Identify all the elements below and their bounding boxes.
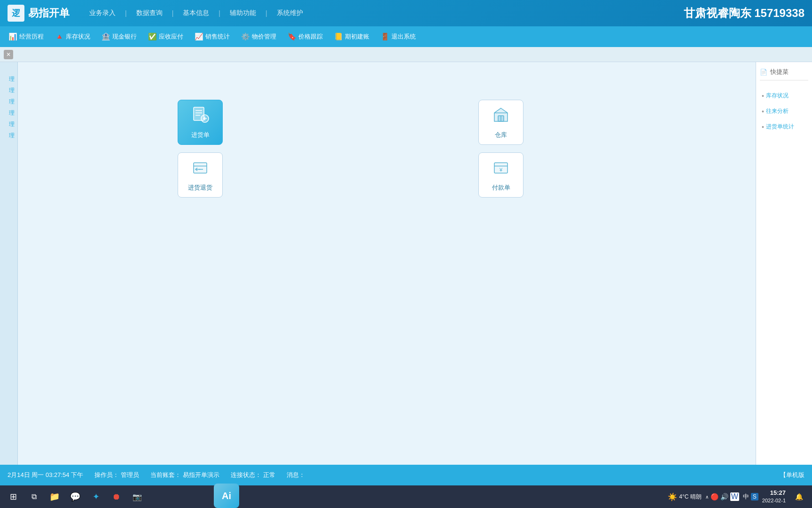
status-edition: 【单机版 [780, 471, 804, 479]
toolbar-jiage[interactable]: 🔖 价格跟踪 [283, 31, 328, 43]
svg-text:¥: ¥ [499, 167, 503, 173]
windows-icon: ⊞ [10, 492, 17, 502]
taskview-icon: ⧉ [31, 492, 37, 501]
sidebar-item-3[interactable]: 理 [0, 88, 17, 100]
warehouse-label: 仓库 [495, 131, 507, 139]
wechat-button[interactable]: 💬 [66, 487, 85, 506]
toolbar-kucun[interactable]: 🔺 库存状况 [50, 31, 95, 43]
sidebar: 理 理 理 理 理 理 [0, 62, 18, 465]
toolbar-xianjin[interactable]: 🏦 现金银行 [97, 31, 141, 43]
right-panel-header: 📄 快捷菜 [760, 68, 808, 80]
svg-rect-11 [194, 163, 207, 173]
card-warehouse[interactable]: 仓库 [478, 100, 523, 145]
nav-item-business[interactable]: 业务录入 [84, 7, 121, 19]
red-icon: ⏺ [112, 492, 121, 502]
qichu-label: 期初建账 [345, 32, 369, 41]
purchase-return-icon [191, 158, 210, 181]
jiage-icon: 🔖 [288, 32, 297, 41]
card-purchase-return[interactable]: 进货退货 [178, 152, 223, 198]
app-icon: ✦ [93, 492, 100, 502]
tray-network[interactable]: 🔴 [710, 493, 718, 500]
main-area: 理 理 理 理 理 理 [0, 62, 812, 465]
app-button[interactable]: ✦ [86, 487, 105, 506]
right-panel-kucun[interactable]: 库存状况 [760, 88, 808, 103]
clock-time: 15:27 [762, 489, 786, 497]
taskbar-right: ☀️ 4°C 晴朗 ∧ 🔴 🔊 W 中 S 15:27 2022-02-1 🔔 [668, 487, 808, 506]
tab-close-button[interactable]: ✕ [4, 50, 13, 59]
wechat-icon: 💬 [70, 492, 80, 502]
app-name: 易指开单 [28, 6, 70, 20]
folder-icon: 📁 [49, 492, 60, 502]
status-connection: 连接状态： 正常 [231, 471, 275, 479]
system-clock[interactable]: 15:27 2022-02-1 [762, 489, 786, 505]
right-panel: 📄 快捷菜 库存状况 往来分析 进货单统计 [756, 62, 812, 465]
red-app-button[interactable]: ⏺ [107, 487, 126, 506]
app-logo: 逻 易指开单 [8, 5, 70, 22]
system-tray: ∧ 🔴 🔊 W [705, 492, 739, 501]
tray-expand[interactable]: ∧ [705, 494, 709, 500]
lang-label: 中 [743, 492, 749, 501]
card-grid: 进货单 仓库 [178, 100, 576, 198]
nav-item-system[interactable]: 系统维护 [271, 7, 309, 19]
toolbar: 📊 经营历程 🔺 库存状况 🏦 现金银行 ✅ 应收应付 📈 销售统计 ⚙️ 物价… [0, 26, 812, 47]
ai-badge[interactable]: Ai [214, 484, 239, 508]
purchase-order-label: 进货单 [191, 131, 210, 139]
xiaoshou-label: 销售统计 [205, 32, 230, 41]
purchase-order-icon [191, 105, 210, 128]
tuichu-icon: 🚪 [381, 32, 390, 41]
wujia-label: 物价管理 [252, 32, 276, 41]
tab-bar: ✕ [0, 47, 812, 62]
ai-label: Ai [222, 491, 231, 501]
toolbar-jingying[interactable]: 📊 经营历程 [4, 31, 48, 43]
status-account: 当前账套： 易指开单演示 [150, 471, 219, 479]
clock-date: 2022-02-1 [762, 497, 786, 504]
input-method-label: S [751, 493, 758, 500]
kucun-label: 库存状况 [66, 32, 90, 41]
card-payment[interactable]: ¥ 付款单 [478, 152, 523, 198]
logo-icon: 逻 [8, 5, 24, 22]
taskview-button[interactable]: ⧉ [24, 487, 43, 506]
wujia-icon: ⚙️ [241, 32, 250, 41]
start-button[interactable]: ⊞ [4, 487, 23, 506]
company-name: 甘肃视睿陶东 15719338 [684, 6, 804, 21]
tray-word[interactable]: W [730, 492, 739, 501]
nav-item-assist[interactable]: 辅助功能 [224, 7, 262, 19]
status-operator: 操作员： 管理员 [94, 471, 139, 479]
title-bar: 逻 易指开单 业务录入 | 数据查询 | 基本信息 | 辅助功能 | 系统维护 … [0, 0, 812, 26]
notification-button[interactable]: 🔔 [789, 487, 808, 506]
camera-icon: 📷 [133, 492, 142, 501]
toolbar-xiaoshou[interactable]: 📈 销售统计 [190, 31, 234, 43]
sidebar-item-4[interactable]: 理 [0, 100, 17, 111]
toolbar-yingshou[interactable]: ✅ 应收应付 [143, 31, 188, 43]
sidebar-item-6[interactable]: 理 [0, 122, 17, 134]
xianjin-label: 现金银行 [112, 32, 137, 41]
sidebar-item-5[interactable]: 理 [0, 111, 17, 122]
jingying-label: 经营历程 [19, 32, 44, 41]
right-panel-wanglai[interactable]: 往来分析 [760, 103, 808, 119]
toolbar-tuichu[interactable]: 🚪 退出系统 [376, 31, 421, 43]
tuichu-label: 退出系统 [391, 32, 416, 41]
sidebar-item-2[interactable]: 理 [0, 77, 17, 88]
right-panel-jinhuo[interactable]: 进货单统计 [760, 119, 808, 135]
nav-item-data[interactable]: 数据查询 [131, 7, 168, 19]
weather-widget[interactable]: ☀️ 4°C 晴朗 [668, 492, 701, 501]
xianjin-icon: 🏦 [102, 32, 110, 41]
nav-menu: 业务录入 | 数据查询 | 基本信息 | 辅助功能 | 系统维护 [84, 7, 309, 19]
nav-item-basic[interactable]: 基本信息 [177, 7, 215, 19]
warehouse-icon [492, 105, 510, 128]
toolbar-wujia[interactable]: ⚙️ 物价管理 [236, 31, 281, 43]
right-panel-title: 快捷菜 [770, 68, 789, 76]
camera-button[interactable]: 📷 [128, 487, 147, 506]
input-method[interactable]: 中 S [743, 492, 758, 501]
toolbar-qichu[interactable]: 📒 期初建账 [329, 31, 374, 43]
yingshou-label: 应收应付 [159, 32, 183, 41]
sidebar-item-1[interactable]: 理 [0, 66, 17, 77]
card-purchase-order[interactable]: 进货单 [178, 100, 223, 145]
taskbar: ⊞ ⧉ 📁 💬 ✦ ⏺ 📷 ☀️ 4°C 晴朗 ∧ 🔴 🔊 W [0, 485, 812, 508]
yingshou-icon: ✅ [148, 32, 157, 41]
tray-speaker[interactable]: 🔊 [720, 493, 728, 500]
content-area: 进货单 仓库 [18, 62, 756, 465]
xiaoshou-icon: 📈 [195, 32, 203, 41]
fileexplorer-button[interactable]: 📁 [45, 487, 64, 506]
weather-icon: ☀️ [668, 492, 677, 501]
